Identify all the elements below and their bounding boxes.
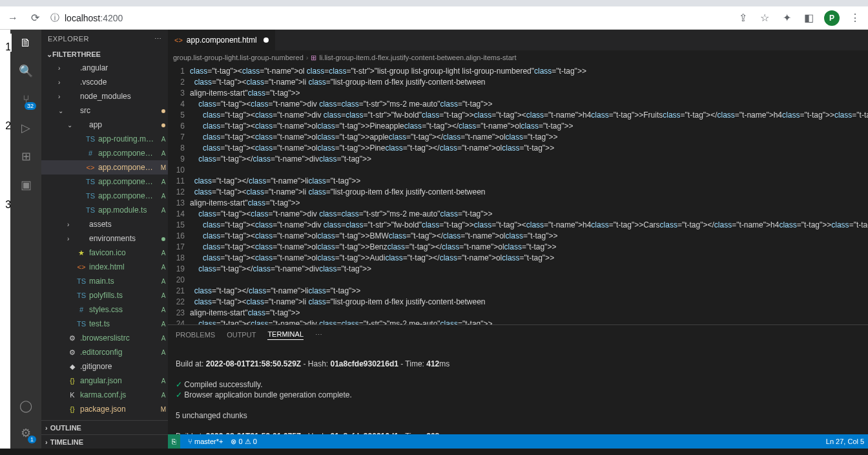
file-name: .angular — [80, 63, 156, 72]
file-icon: K — [67, 391, 78, 399]
explorer-icon[interactable]: 🗎 — [18, 35, 34, 50]
git-status: A — [159, 349, 168, 356]
folder-row[interactable]: ›assets — [41, 217, 168, 231]
git-status: A — [159, 321, 168, 328]
outline-section[interactable]: ›OUTLINE — [41, 420, 168, 434]
file-row[interactable]: TSapp.component.spec.tsA — [41, 189, 168, 203]
tab-label: app.component.html — [187, 36, 257, 45]
file-row[interactable]: TSpolyfills.tsA — [41, 288, 168, 302]
file-icon: ◆ — [67, 363, 78, 371]
breadcrumb[interactable]: group.list-group-light.list-group-number… — [168, 50, 868, 65]
cursor-position[interactable]: Ln 27, Col 5 — [826, 438, 864, 446]
terminal-content[interactable]: Build at: 2022-08-01T21:58:50.529Z - Has… — [168, 344, 868, 434]
file-name: app — [89, 120, 156, 129]
folder-row[interactable]: ⌄app — [41, 118, 168, 132]
output-tab[interactable]: OUTPUT — [227, 331, 256, 339]
terminal-tab[interactable]: TERMINAL — [267, 330, 304, 340]
file-icon: # — [76, 306, 87, 313]
panel-more[interactable]: ⋯ — [315, 331, 322, 339]
git-status: A — [159, 392, 168, 399]
panel-tabs: PROBLEMS OUTPUT TERMINAL ⋯ 1: node⌄ ＋ ◫ … — [168, 325, 868, 344]
git-status: A — [159, 377, 168, 385]
file-row[interactable]: <>index.htmlA — [41, 260, 168, 274]
explorer-title: EXPLORER — [48, 35, 89, 43]
gear-badge: 1 — [28, 436, 36, 443]
file-row[interactable]: TStest.tsA — [41, 317, 168, 331]
file-name: angular.json — [80, 376, 156, 385]
file-name: index.html — [89, 262, 156, 271]
file-row[interactable]: <>app.component.htmlM — [41, 160, 168, 175]
file-icon: TS — [85, 192, 96, 200]
code-content[interactable]: class="t-tag"><class="t-name">ol class=c… — [190, 65, 868, 324]
remote-icon[interactable]: ▣ — [18, 177, 34, 193]
extensions-panel-icon[interactable]: ⊞ — [18, 149, 34, 164]
git-status: A — [159, 292, 168, 299]
git-status: A — [159, 193, 168, 200]
folder-row[interactable]: ›environments — [41, 231, 168, 246]
search-icon[interactable]: 🔍 — [18, 63, 34, 79]
file-name: main.ts — [89, 277, 156, 286]
file-icon: # — [85, 149, 96, 157]
file-row[interactable]: #styles.cssA — [41, 302, 168, 317]
file-icon: TS — [76, 277, 87, 285]
project-root[interactable]: ⌄ FILTERTHREE — [41, 48, 168, 61]
file-icon: ⚙ — [67, 348, 78, 357]
menu-icon[interactable]: ⋮ — [849, 12, 862, 25]
folder-row[interactable]: ⌄src — [41, 103, 168, 118]
file-name: app.module.ts — [98, 206, 156, 215]
editor-tab[interactable]: <> app.component.html — [168, 30, 276, 50]
account-icon[interactable]: ◯ — [18, 398, 34, 414]
forward-icon[interactable]: → — [6, 12, 19, 25]
address-bar[interactable]: ⓘ localhost:4200 — [50, 12, 123, 24]
reload-icon[interactable]: ⟳ — [28, 12, 41, 25]
file-row[interactable]: TSapp.module.tsA — [41, 203, 168, 217]
file-row[interactable]: {}angular.jsonA — [41, 374, 168, 388]
git-status: A — [159, 306, 168, 313]
extensions-icon[interactable]: ✦ — [780, 12, 793, 25]
file-icon: {} — [67, 405, 78, 413]
os-taskbar — [0, 449, 868, 455]
file-row[interactable]: ★favicon.icoA — [41, 246, 168, 260]
git-status: A — [159, 178, 168, 185]
file-row[interactable]: #app.component.cssA — [41, 146, 168, 160]
file-row[interactable]: TSmain.tsA — [41, 274, 168, 288]
folder-row[interactable]: ›.angular — [41, 61, 168, 75]
share-icon[interactable]: ⇪ — [736, 12, 749, 25]
git-status: A — [159, 207, 168, 214]
chevron-down-icon: ⌄ — [46, 50, 52, 59]
file-row[interactable]: TSapp-routing.module.tsA — [41, 132, 168, 146]
explorer-more-icon[interactable]: ⋯ — [154, 35, 162, 43]
file-name: package.json — [80, 405, 156, 414]
gear-icon[interactable]: ⚙1 — [18, 425, 34, 441]
problems-status[interactable]: ⊗ 0 ⚠ 0 — [231, 438, 256, 446]
file-name: app-routing.module.ts — [98, 134, 156, 143]
page-content: FruitsPineappleapplePineCarsBMWBenzAudiC… — [0, 30, 10, 449]
remote-status-icon[interactable]: ⎘ — [168, 434, 180, 449]
file-icon: ⚙ — [67, 334, 78, 343]
file-icon: TS — [85, 178, 96, 185]
file-icon: TS — [76, 291, 87, 299]
file-row[interactable]: Kkarma.conf.jsA — [41, 388, 168, 402]
file-row[interactable]: ⚙.browserslistrcA — [41, 331, 168, 345]
git-branch[interactable]: ⑂ master*+ — [188, 438, 223, 445]
tab-bar: <> app.component.html — [168, 30, 868, 50]
file-row[interactable]: TSapp.component.tsA — [41, 175, 168, 189]
file-name: favicon.ico — [89, 248, 156, 257]
folder-row[interactable]: ›node_modules — [41, 89, 168, 103]
sidepanel-icon[interactable]: ◧ — [802, 12, 815, 25]
profile-avatar[interactable]: P — [824, 10, 840, 26]
file-row[interactable]: ◆.gitignore — [41, 359, 168, 374]
timeline-section[interactable]: ›TIMELINE — [41, 434, 168, 449]
file-name: node_modules — [80, 92, 156, 101]
vscode-window: ⇄ ◫ ⋯ 🗎 🔍 ⑂32 ▷ ⊞ ▣ ◯ ⚙1 EXPLORER ⋯ ⌄ — [10, 30, 868, 449]
file-row[interactable]: ⚙.editorconfigA — [41, 345, 168, 359]
folder-row[interactable]: ›.vscode — [41, 75, 168, 89]
source-control-icon[interactable]: ⑂32 — [18, 92, 34, 107]
code-editor[interactable]: 1234567891011121314151617181920212223242… — [168, 65, 868, 324]
debug-icon[interactable]: ▷ — [18, 120, 34, 136]
problems-tab[interactable]: PROBLEMS — [176, 331, 215, 339]
file-name: assets — [89, 220, 156, 229]
file-row[interactable]: {}package.jsonM — [41, 402, 168, 416]
star-icon[interactable]: ☆ — [758, 12, 771, 25]
file-name: styles.css — [89, 305, 156, 314]
